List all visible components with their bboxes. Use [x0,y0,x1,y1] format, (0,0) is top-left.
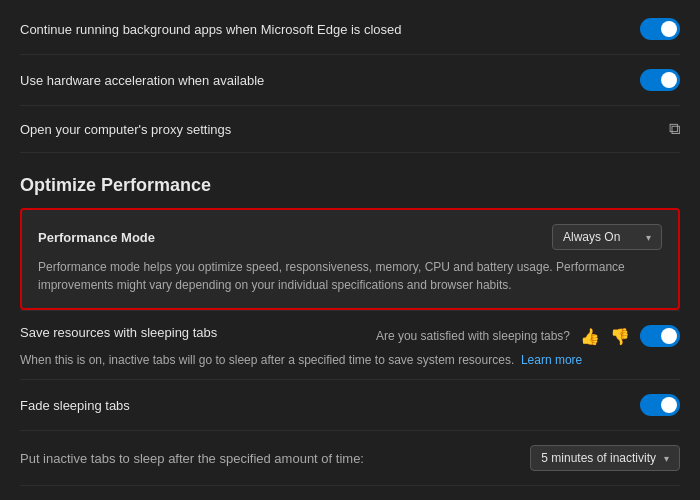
inactive-tabs-row: Put inactive tabs to sleep after the spe… [20,431,680,486]
background-apps-track[interactable] [640,18,680,40]
sleeping-tabs-label: Save resources with sleeping tabs [20,325,356,340]
performance-card-header: Performance Mode Always On ▾ [38,224,662,250]
hardware-accel-thumb [661,72,677,88]
performance-mode-card: Performance Mode Always On ▾ Performance… [20,208,680,310]
fade-sleeping-tabs-track[interactable] [640,394,680,416]
learn-more-link[interactable]: Learn more [521,353,582,367]
external-link-icon[interactable]: ⧉ [669,120,680,138]
background-apps-thumb [661,21,677,37]
performance-mode-description: Performance mode helps you optimize spee… [38,258,662,294]
sleeping-tabs-description: When this is on, inactive tabs will go t… [20,353,514,367]
sleeping-tabs-left: Save resources with sleeping tabs [20,325,376,340]
sleeping-tabs-right: Are you satisfied with sleeping tabs? 👍 … [376,325,680,347]
inactive-tabs-value: 5 minutes of inactivity [541,451,656,465]
hardware-accel-toggle[interactable] [640,69,680,91]
performance-mode-value: Always On [563,230,620,244]
proxy-row: Open your computer's proxy settings ⧉ [20,106,680,153]
fade-sleeping-tabs-toggle[interactable] [640,394,680,416]
fade-sleeping-tabs-row: Fade sleeping tabs [20,380,680,431]
never-put-row: Never put these sites to sleep [20,486,680,500]
hardware-accel-label: Use hardware acceleration when available [20,73,640,88]
background-apps-label: Continue running background apps when Mi… [20,22,640,37]
performance-mode-title: Performance Mode [38,230,155,245]
performance-mode-dropdown[interactable]: Always On ▾ [552,224,662,250]
inactive-dropdown-chevron: ▾ [664,453,669,464]
hardware-accel-track[interactable] [640,69,680,91]
satisfied-label: Are you satisfied with sleeping tabs? [376,329,570,343]
background-apps-toggle[interactable] [640,18,680,40]
thumbs-down-icon[interactable]: 👎 [610,327,630,346]
sleeping-tabs-toggle[interactable] [640,325,680,347]
settings-container: Continue running background apps when Mi… [0,0,700,500]
fade-sleeping-tabs-thumb [661,397,677,413]
sleeping-tabs-row: Save resources with sleeping tabs Are yo… [20,310,680,351]
inactive-tabs-dropdown[interactable]: 5 minutes of inactivity ▾ [530,445,680,471]
sleeping-tabs-description-row: When this is on, inactive tabs will go t… [20,351,680,380]
sleeping-tabs-track[interactable] [640,325,680,347]
thumbs-up-icon[interactable]: 👍 [580,327,600,346]
optimize-performance-heading: Optimize Performance [20,153,680,208]
fade-sleeping-tabs-label: Fade sleeping tabs [20,398,130,413]
background-apps-row: Continue running background apps when Mi… [20,18,680,55]
hardware-accel-row: Use hardware acceleration when available [20,55,680,106]
performance-dropdown-chevron: ▾ [646,232,651,243]
inactive-tabs-label: Put inactive tabs to sleep after the spe… [20,451,530,466]
sleeping-tabs-thumb [661,328,677,344]
proxy-label: Open your computer's proxy settings [20,122,669,137]
